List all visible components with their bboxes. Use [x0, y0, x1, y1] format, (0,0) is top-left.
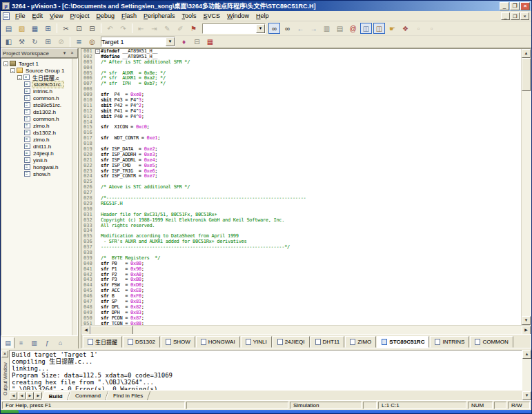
file-tab-yinli[interactable]: YINLI	[241, 336, 272, 348]
tree-item[interactable]: stc89c51rc.	[1, 101, 77, 108]
find-text-combo-dropdown-icon[interactable]: ▼	[256, 24, 265, 33]
books-tab[interactable]: ▥	[28, 337, 41, 348]
target-select-combo[interactable]: ▼	[101, 37, 175, 47]
menu-edit[interactable]: Edit	[29, 12, 47, 20]
panel-menu-icon[interactable]: ▾	[61, 50, 68, 57]
menu-flash[interactable]: Flash	[118, 12, 140, 20]
tree-item[interactable]: ds1302.h	[1, 108, 77, 115]
minimize-button[interactable]: _	[500, 2, 509, 10]
files-tab[interactable]: ▤	[1, 337, 14, 348]
zoom-icon[interactable]: @	[347, 23, 359, 34]
output-nav-icon-3[interactable]: ▶	[35, 392, 42, 400]
project-window-toggle-icon[interactable]: ◫	[360, 23, 372, 34]
fold-collapse-icon[interactable]: -	[95, 49, 100, 54]
file-tab-ds1302[interactable]: DS1302	[123, 336, 160, 348]
find-text-combo[interactable]: ▼	[202, 23, 266, 34]
file-tab-common[interactable]: COMMON	[470, 336, 513, 348]
output-window-toggle-icon[interactable]: ◫	[373, 23, 385, 34]
new-file-icon[interactable]: ▤	[3, 23, 14, 34]
indent-icon[interactable]: ⇥	[148, 23, 160, 34]
registers-tab[interactable]: ≡	[14, 337, 28, 348]
tree-expander-icon[interactable]: -	[17, 75, 22, 80]
file-tab-dht11[interactable]: DHT11	[311, 336, 345, 348]
navigate-forward-icon[interactable]: →	[308, 23, 319, 34]
bookmark-config-icon[interactable]: ⚑	[188, 23, 199, 34]
outdent-icon[interactable]: ⇤	[135, 23, 147, 34]
project-tree[interactable]: -Target 1-Source Group 1-生日提醒.cstc89c51r…	[1, 58, 78, 336]
manage-components-icon[interactable]: ▦	[204, 37, 216, 47]
file-tab-24jieqi[interactable]: 24JIEQI	[273, 336, 310, 348]
output-close-icon[interactable]: ×	[1, 351, 8, 357]
tree-item[interactable]: show.h	[1, 170, 77, 177]
tree-item[interactable]: zimo.h	[1, 122, 77, 129]
mdi-close-button[interactable]: ×	[520, 12, 529, 20]
tool-extra-1-icon[interactable]: ▫	[413, 23, 424, 34]
output-tab-build[interactable]: Build	[41, 391, 70, 400]
file-tab-zimo[interactable]: ZIMO	[345, 336, 376, 348]
tree-item[interactable]: stc89c51rc.	[1, 81, 77, 88]
build-target-icon[interactable]: ⚒	[16, 37, 28, 47]
find-in-files-icon[interactable]: ∞	[282, 23, 293, 34]
file-extensions-icon[interactable]: ⊟	[191, 37, 203, 47]
file-tab-生日提醒[interactable]: 生日提醒	[83, 336, 122, 348]
tree-expander-icon[interactable]: -	[3, 61, 8, 66]
find-text-combo-input[interactable]	[203, 24, 256, 32]
output-tab-command[interactable]: Command	[68, 391, 108, 400]
menu-project[interactable]: Project	[66, 12, 92, 20]
tree-item[interactable]: ds1302.h	[1, 129, 77, 136]
output-nav-icon-2[interactable]: ▶	[26, 392, 34, 400]
menu-debug[interactable]: Debug	[92, 12, 118, 20]
panel-close-icon[interactable]: ×	[68, 50, 76, 57]
redo-icon[interactable]: ↷	[117, 23, 129, 34]
mdi-restore-button[interactable]: ❐	[511, 12, 520, 20]
tree-item[interactable]: common.h	[1, 115, 77, 122]
document-system-icon[interactable]	[3, 12, 10, 20]
output-scrollbar[interactable]: ▲ ▼	[522, 350, 531, 400]
tree-item[interactable]: -Target 1	[1, 60, 77, 67]
menu-window[interactable]: Window	[224, 12, 253, 20]
configure-tools-icon[interactable]: ❖	[400, 23, 411, 34]
cut-icon[interactable]: ✂	[60, 23, 72, 34]
translate-file-icon[interactable]: ◧	[3, 37, 14, 47]
output-scroll-down-icon[interactable]: ▼	[522, 391, 531, 400]
navigate-back-icon[interactable]: ←	[295, 23, 306, 34]
menu-tools[interactable]: Tools	[179, 12, 200, 20]
tree-item[interactable]: 24jieqi.h	[1, 150, 77, 157]
options-for-target-icon[interactable]: ♦	[178, 37, 190, 47]
output-scroll-up-icon[interactable]: ▲	[522, 350, 531, 359]
scroll-up-icon[interactable]: ▲	[522, 49, 531, 58]
start-button-edge[interactable]	[1, 410, 19, 414]
debug-session-icon[interactable]: ◎	[86, 37, 98, 47]
code-area[interactable]: 001-#ifndef __AT89X51_H__002#define __AT…	[81, 49, 521, 325]
close-button[interactable]: ×	[520, 2, 530, 10]
stop-build-icon[interactable]: ⊘	[55, 37, 67, 47]
mdi-minimize-button[interactable]: _	[501, 12, 510, 20]
tree-item[interactable]: hongwai.h	[1, 164, 77, 170]
file-tab-stc89c51rc[interactable]: STC89C51RC	[377, 336, 429, 348]
tree-item[interactable]: zimo.h	[1, 136, 77, 143]
tree-item[interactable]: intrins.h	[1, 88, 77, 95]
scroll-down-icon[interactable]: ▼	[522, 316, 531, 325]
vertical-scroll-thumb[interactable]	[522, 58, 531, 91]
paste-icon[interactable]: ⊟	[86, 23, 98, 34]
target-select-combo-input[interactable]	[101, 38, 166, 46]
editor-vertical-scrollbar[interactable]: ▲ ▼	[521, 49, 531, 325]
tree-item[interactable]: -Source Group 1	[1, 67, 77, 74]
tree-item[interactable]: dht11.h	[1, 143, 77, 150]
undo-icon[interactable]: ↶	[104, 23, 116, 34]
find-icon[interactable]: ∞	[268, 23, 280, 34]
restore-button[interactable]: ❐	[510, 2, 520, 10]
batch-build-icon[interactable]: ⊞	[42, 37, 54, 47]
flash-download-icon[interactable]: ≣	[73, 37, 85, 47]
file-tab-show[interactable]: SHOW	[161, 336, 195, 348]
build-output-log[interactable]: Build target 'Target 1'compiling 生日提醒.c.…	[9, 350, 522, 391]
functions-tab[interactable]: ƒ	[41, 337, 54, 348]
target-select-combo-dropdown-icon[interactable]: ▼	[166, 37, 175, 46]
menu-peripherals[interactable]: Peripherals	[140, 12, 179, 20]
bookmarks-window-icon[interactable]: ▥	[321, 23, 333, 34]
rebuild-all-icon[interactable]: ↻	[29, 37, 41, 47]
uncomment-icon[interactable]: ✐	[175, 23, 186, 34]
open-file-icon[interactable]: ▧	[16, 23, 28, 34]
file-tab-intrins[interactable]: INTRINS	[430, 336, 469, 348]
menu-svcs[interactable]: SVCS	[200, 12, 224, 20]
